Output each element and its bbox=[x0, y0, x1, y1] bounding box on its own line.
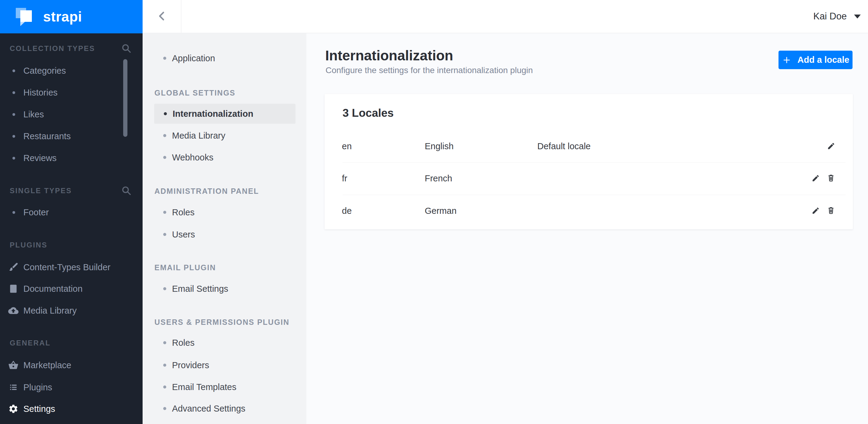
bullet-icon bbox=[12, 211, 15, 214]
user-name: Kai Doe bbox=[813, 11, 847, 22]
locale-row-de[interactable]: de German bbox=[324, 195, 853, 227]
bullet-icon bbox=[12, 91, 15, 94]
sidebar-item-marketplace[interactable]: Marketplace bbox=[0, 354, 143, 376]
sidebar-item-content-types-builder[interactable]: Content-Types Builder bbox=[0, 256, 143, 278]
locales-card-title: 3 Locales bbox=[343, 107, 394, 120]
settings-item-application[interactable]: Application bbox=[143, 48, 306, 68]
sidebar-item-categories[interactable]: Categories bbox=[0, 60, 143, 81]
bullet-icon bbox=[163, 386, 166, 389]
settings-item-admin-users[interactable]: Users bbox=[143, 224, 306, 244]
page-subtitle: Configure the settings for the internati… bbox=[326, 66, 533, 75]
chevron-down-icon bbox=[854, 14, 861, 19]
settings-group-global-settings: GLOBAL SETTINGS bbox=[154, 88, 236, 97]
sidebar-item-plugins[interactable]: Plugins bbox=[0, 377, 143, 398]
book-icon bbox=[8, 283, 19, 294]
locale-code: de bbox=[342, 206, 425, 216]
back-button[interactable] bbox=[143, 0, 181, 33]
settings-item-up-providers[interactable]: Providers bbox=[143, 355, 306, 375]
plus-icon bbox=[782, 55, 792, 65]
locales-card: 3 Locales en English Default locale fr F… bbox=[324, 94, 853, 229]
section-header-general: GENERAL bbox=[10, 338, 51, 348]
gear-icon bbox=[8, 403, 19, 414]
settings-group-email-plugin: EMAIL PLUGIN bbox=[154, 263, 216, 272]
edit-pencil-icon bbox=[827, 142, 835, 151]
bullet-icon bbox=[12, 157, 15, 160]
basket-icon bbox=[8, 360, 19, 370]
settings-group-users-permissions-plugin: USERS & PERMISSIONS PLUGIN bbox=[154, 318, 289, 327]
delete-locale-button[interactable] bbox=[827, 206, 836, 216]
sidebar-item-footer[interactable]: Footer bbox=[0, 201, 143, 223]
edit-locale-button[interactable] bbox=[811, 206, 820, 216]
bullet-icon bbox=[12, 69, 15, 72]
settings-item-up-email-templates[interactable]: Email Templates bbox=[143, 377, 306, 397]
chevron-left-icon bbox=[156, 10, 167, 23]
bullet-icon bbox=[164, 112, 167, 115]
top-bar: Kai Doe bbox=[143, 0, 868, 33]
bullet-icon bbox=[163, 156, 166, 159]
bullet-icon bbox=[163, 211, 166, 214]
delete-locale-button[interactable] bbox=[827, 174, 836, 183]
sidebar-item-restaurants[interactable]: Restaurants bbox=[0, 125, 143, 147]
strapi-admin-app: strapi COLLECTION TYPES Categories Histo… bbox=[0, 0, 868, 424]
section-header-collection-types: COLLECTION TYPES bbox=[10, 44, 95, 53]
settings-item-up-advanced-settings[interactable]: Advanced Settings bbox=[143, 398, 306, 419]
bullet-icon bbox=[12, 113, 15, 116]
section-header-plugins: PLUGINS bbox=[10, 240, 47, 250]
sidebar-item-media-library[interactable]: Media Library bbox=[0, 300, 143, 322]
bullet-icon bbox=[163, 134, 166, 137]
strapi-logo-icon bbox=[16, 6, 37, 28]
sidebar-item-reviews[interactable]: Reviews bbox=[0, 147, 143, 169]
bullet-icon bbox=[163, 57, 166, 60]
settings-item-media-library[interactable]: Media Library bbox=[143, 126, 306, 145]
strapi-logo[interactable]: strapi bbox=[0, 0, 143, 33]
bullet-icon bbox=[163, 341, 166, 344]
bullet-icon bbox=[163, 407, 166, 410]
sidebar-item-histories[interactable]: Histories bbox=[0, 81, 143, 103]
locale-code: fr bbox=[342, 173, 425, 184]
settings-item-webhooks[interactable]: Webhooks bbox=[143, 148, 306, 167]
settings-submenu: Application GLOBAL SETTINGS Internationa… bbox=[143, 33, 306, 424]
main-sidebar: strapi COLLECTION TYPES Categories Histo… bbox=[0, 0, 143, 424]
locale-code: en bbox=[342, 141, 425, 151]
settings-item-email-settings[interactable]: Email Settings bbox=[143, 279, 306, 299]
settings-item-up-roles[interactable]: Roles bbox=[143, 333, 306, 353]
list-icon bbox=[8, 382, 19, 393]
bullet-icon bbox=[163, 287, 166, 290]
sidebar-item-likes[interactable]: Likes bbox=[0, 103, 143, 125]
sidebar-scrollbar-thumb[interactable] bbox=[123, 59, 127, 137]
delete-trash-icon bbox=[827, 206, 835, 215]
main-content: Internationalization Configure the setti… bbox=[306, 33, 868, 424]
edit-pencil-icon bbox=[812, 206, 820, 216]
locale-row-fr[interactable]: fr French bbox=[324, 162, 853, 195]
brand-name: strapi bbox=[43, 8, 82, 25]
paintbrush-icon bbox=[8, 262, 19, 273]
locale-name: English bbox=[425, 141, 537, 151]
cloud-upload-icon bbox=[8, 305, 19, 316]
search-icon[interactable] bbox=[120, 42, 132, 55]
sidebar-item-documentation[interactable]: Documentation bbox=[0, 278, 143, 300]
user-menu[interactable]: Kai Doe bbox=[813, 0, 861, 33]
locale-row-en[interactable]: en English Default locale bbox=[324, 130, 853, 163]
delete-trash-icon bbox=[827, 174, 835, 183]
section-header-single-types: SINGLE TYPES bbox=[10, 186, 72, 195]
page-title: Internationalization bbox=[325, 47, 453, 64]
settings-item-admin-roles[interactable]: Roles bbox=[143, 202, 306, 222]
bullet-icon bbox=[163, 233, 166, 236]
sidebar-item-settings[interactable]: Settings bbox=[0, 398, 143, 420]
locale-name: French bbox=[425, 173, 537, 184]
search-icon[interactable] bbox=[120, 185, 132, 197]
locale-name: German bbox=[425, 206, 537, 216]
bullet-icon bbox=[12, 135, 15, 138]
locale-default-label: Default locale bbox=[537, 141, 827, 151]
edit-pencil-icon bbox=[812, 174, 820, 183]
edit-locale-button[interactable] bbox=[811, 174, 820, 183]
edit-locale-button[interactable] bbox=[827, 142, 836, 151]
bullet-icon bbox=[163, 364, 166, 367]
add-locale-button[interactable]: Add a locale bbox=[778, 51, 852, 69]
settings-item-internationalization[interactable]: Internationalization bbox=[154, 104, 296, 124]
settings-group-administration-panel: ADMINISTRATION PANEL bbox=[154, 187, 259, 196]
